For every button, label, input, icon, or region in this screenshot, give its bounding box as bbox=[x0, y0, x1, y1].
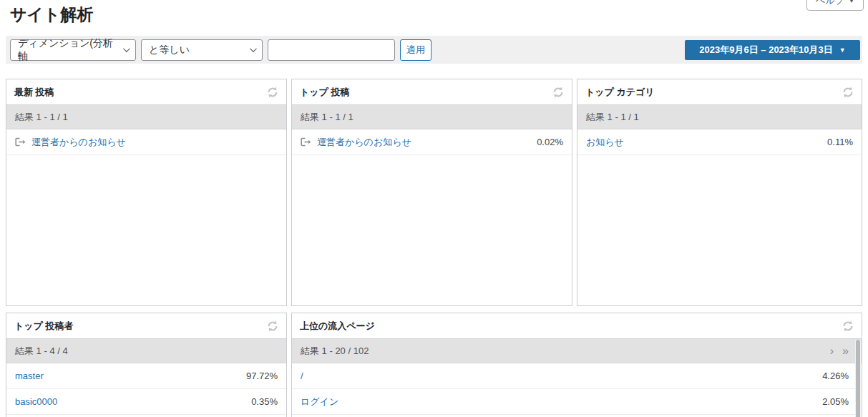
help-button-label: ヘルプ bbox=[816, 0, 844, 7]
row-value: 0.35% bbox=[251, 396, 278, 407]
page-title: サイト解析 bbox=[10, 3, 94, 26]
results-count: 結果 1 - 1 / 1 bbox=[586, 111, 639, 124]
refresh-icon[interactable] bbox=[267, 87, 278, 98]
row-label: 運営者からのお知らせ bbox=[301, 136, 411, 149]
chevron-down-icon bbox=[123, 45, 130, 52]
panel-title: トップ 投稿者 bbox=[14, 320, 74, 333]
row-value: 97.72% bbox=[246, 371, 278, 381]
row-value: 4.26% bbox=[822, 371, 849, 381]
filter-bar: ディメンション(分析軸 と等しい 適用 2023年9月6日 – 2023年10月… bbox=[6, 36, 862, 64]
row-label: master bbox=[15, 371, 44, 381]
scrollbar-thumb[interactable] bbox=[856, 340, 860, 417]
chevron-down-icon: ▼ bbox=[839, 46, 846, 54]
results-bar: 結果 1 - 1 / 1 bbox=[6, 105, 286, 129]
row-label: basic0000 bbox=[15, 396, 57, 407]
results-count: 結果 1 - 1 / 1 bbox=[301, 111, 353, 124]
table-row: 運営者からのお知らせ 0.02% bbox=[292, 129, 572, 155]
table-row: master 97.72% bbox=[6, 363, 286, 389]
panel-top-authors: トップ 投稿者 結果 1 - 4 / 4 master 97.72% basic… bbox=[6, 313, 287, 417]
panel-header: トップ 投稿 bbox=[292, 79, 572, 105]
help-button[interactable]: ヘルプ ▼ bbox=[806, 0, 864, 11]
last-page-arrow[interactable]: » bbox=[842, 345, 849, 357]
results-bar: 結果 1 - 1 / 1 bbox=[292, 105, 572, 129]
pagination: › » bbox=[830, 345, 849, 357]
results-count: 結果 1 - 4 / 4 bbox=[15, 345, 68, 358]
apply-button[interactable]: 適用 bbox=[400, 39, 431, 61]
panel-top-entry-pages: 上位の流入ページ 結果 1 - 20 / 102 › » / 4.26% ログイ… bbox=[291, 313, 862, 417]
filter-value-input[interactable] bbox=[268, 39, 395, 61]
table-row: お知らせ 0.11% bbox=[577, 129, 862, 155]
row-value: 2.05% bbox=[822, 396, 849, 407]
author-link[interactable]: basic0000 bbox=[15, 396, 57, 407]
results-count: 結果 1 - 1 / 1 bbox=[15, 111, 68, 124]
panel-header: トップ カテゴリ bbox=[577, 79, 862, 105]
panel-title: 上位の流入ページ bbox=[300, 320, 375, 333]
panel-header: 最新 投稿 bbox=[6, 79, 286, 105]
results-count: 結果 1 - 20 / 102 bbox=[301, 345, 369, 358]
table-row: / 4.26% bbox=[292, 363, 862, 389]
results-bar: 結果 1 - 20 / 102 › » bbox=[292, 339, 862, 363]
results-bar: 結果 1 - 4 / 4 bbox=[6, 339, 286, 363]
refresh-icon[interactable] bbox=[552, 87, 564, 98]
row-value: 0.02% bbox=[537, 137, 563, 147]
operator-select[interactable]: と等しい bbox=[141, 39, 263, 61]
panel-latest-posts: 最新 投稿 結果 1 - 1 / 1 運営者からのお知らせ bbox=[6, 79, 287, 306]
panel-top-categories: トップ カテゴリ 結果 1 - 1 / 1 お知らせ 0.11% bbox=[577, 79, 862, 306]
row-label: ログイン bbox=[301, 396, 338, 408]
chevron-down-icon bbox=[250, 45, 257, 52]
table-row: basic0000 0.35% bbox=[6, 389, 286, 415]
post-external-icon bbox=[15, 137, 26, 147]
panel-top-posts: トップ 投稿 結果 1 - 1 / 1 運営者からのお知らせ 0.02% bbox=[291, 79, 572, 306]
dimension-select[interactable]: ディメンション(分析軸 bbox=[10, 39, 136, 61]
category-link[interactable]: お知らせ bbox=[586, 136, 624, 149]
row-value: 0.11% bbox=[827, 137, 853, 147]
refresh-icon[interactable] bbox=[842, 320, 854, 332]
panel-title: トップ カテゴリ bbox=[585, 86, 655, 99]
date-range-button[interactable]: 2023年9月6日 – 2023年10月3日 ▼ bbox=[685, 40, 860, 60]
post-external-icon bbox=[301, 137, 311, 147]
panel-title: 最新 投稿 bbox=[14, 86, 54, 99]
chevron-down-icon: ▼ bbox=[849, 0, 854, 4]
row-label: / bbox=[301, 371, 303, 381]
date-range-label: 2023年9月6日 – 2023年10月3日 bbox=[699, 44, 832, 57]
post-link[interactable]: 運営者からのお知らせ bbox=[31, 136, 126, 149]
entry-page-link[interactable]: ログイン bbox=[301, 396, 338, 408]
post-link[interactable]: 運営者からのお知らせ bbox=[317, 136, 411, 149]
panel-title: トップ 投稿 bbox=[300, 86, 350, 99]
row-label: お知らせ bbox=[586, 136, 624, 149]
results-bar: 結果 1 - 1 / 1 bbox=[577, 105, 862, 129]
refresh-icon[interactable] bbox=[267, 320, 278, 332]
vertical-scrollbar[interactable] bbox=[855, 340, 861, 417]
author-link[interactable]: master bbox=[15, 371, 44, 381]
panel-header: トップ 投稿者 bbox=[6, 313, 286, 339]
row-label: 運営者からのお知らせ bbox=[15, 136, 126, 149]
next-page-arrow[interactable]: › bbox=[830, 345, 834, 357]
table-row: 運営者からのお知らせ bbox=[6, 129, 286, 155]
panel-header: 上位の流入ページ bbox=[292, 313, 862, 339]
table-row: ログイン 2.05% bbox=[292, 389, 862, 415]
refresh-icon[interactable] bbox=[842, 87, 854, 98]
dimension-select-value: ディメンション(分析軸 bbox=[18, 37, 117, 63]
operator-select-value: と等しい bbox=[149, 44, 190, 57]
entry-page-link[interactable]: / bbox=[301, 371, 303, 381]
